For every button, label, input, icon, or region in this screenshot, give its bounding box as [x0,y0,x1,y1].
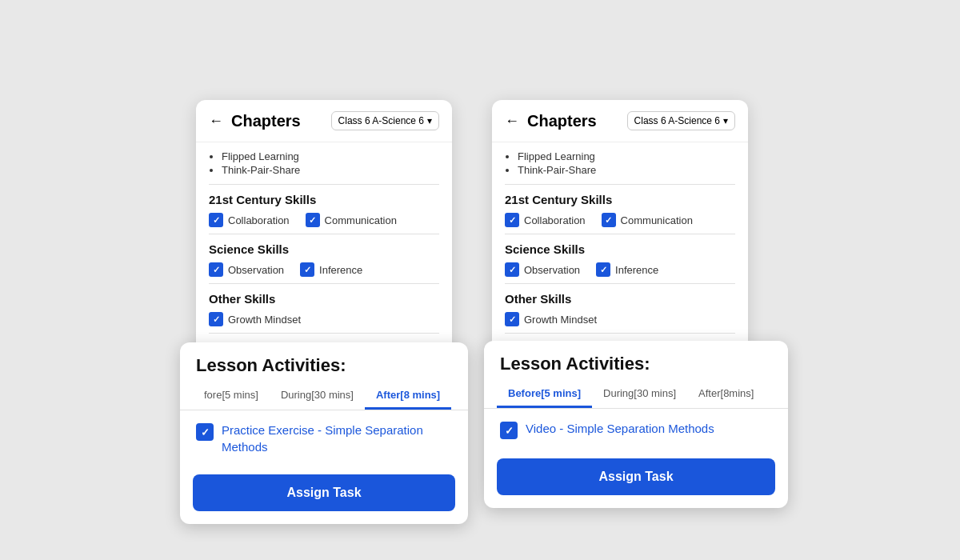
right-collaboration-item: Collaboration [505,213,586,227]
dropdown-chevron-icon-right: ▾ [723,115,728,126]
right-activity-text: Video - Simple Separation Methods [526,420,714,437]
right-section-science-title: Science Skills [505,242,735,256]
right-bullet-list: Flipped Learning Think-Pair-Share [505,150,735,176]
right-bullet-item: Think-Pair-Share [518,164,735,176]
right-bullet-item: Flipped Learning [518,150,735,162]
right-section-21st-title: 21st Century Skills [505,193,735,206]
growth-mindset-item: Growth Mindset [209,312,301,326]
dropdown-chevron-icon: ▾ [427,115,432,126]
right-overlay-card: Lesson Activities: Before[5 mins] During… [484,341,788,508]
growth-mindset-label: Growth Mindset [228,314,301,326]
left-panel-title: Chapters [231,112,323,130]
right-tab-after[interactable]: After[8mins] [687,381,765,408]
right-collaboration-label: Collaboration [524,214,586,226]
inference-label: Inference [319,264,362,276]
right-section-other-skills-title: Other Skills [505,292,735,306]
collaboration-label: Collaboration [228,214,290,226]
observation-label: Observation [228,264,284,276]
inference-item: Inference [300,262,362,277]
left-overlay-card: Lesson Activities: fore[5 mins] During[3… [180,342,468,524]
bullet-item: Flipped Learning [222,150,439,162]
left-lesson-title: Lesson Activities: [180,342,468,382]
left-tabs-row: fore[5 mins] During[30 mins] After[8 min… [180,382,468,410]
right-observation-label: Observation [524,264,580,276]
back-arrow-icon[interactable]: ← [209,113,223,130]
right-communication-item: Communication [602,213,693,227]
right-class-dropdown[interactable]: Class 6 A-Science 6 ▾ [627,111,735,130]
left-panel-header: ← Chapters Class 6 A-Science 6 ▾ [196,100,452,142]
growth-mindset-checkbox[interactable] [209,312,223,326]
science-skills-row: Observation Inference [209,262,439,277]
right-tabs-row: Before[5 mins] During[30 mins] After[8mi… [484,381,788,409]
right-communication-checkbox[interactable] [602,213,616,227]
right-communication-label: Communication [621,214,693,226]
left-class-dropdown[interactable]: Class 6 A-Science 6 ▾ [331,111,439,130]
right-tab-during[interactable]: During[30 mins] [592,381,687,408]
right-growth-mindset-label: Growth Mindset [524,314,597,326]
left-activity-checkbox[interactable] [196,423,214,441]
left-tab-after[interactable]: After[8 mins] [365,382,451,410]
right-inference-checkbox[interactable] [596,262,610,277]
collaboration-checkbox[interactable] [209,213,223,227]
section-other-skills-title: Other Skills [209,292,439,306]
communication-item: Communication [306,213,397,227]
communication-label: Communication [325,214,397,226]
right-lesson-title: Lesson Activities: [484,341,788,381]
right-inference-item: Inference [596,262,658,277]
right-other-skills-row: Growth Mindset [505,312,735,326]
bullet-list: Flipped Learning Think-Pair-Share [209,150,439,176]
right-panel-title: Chapters [527,112,619,130]
left-activity-text: Practice Exercise - Simple Separation Me… [222,422,452,455]
section-21st-title: 21st Century Skills [209,193,439,206]
left-assign-button[interactable]: Assign Task [193,474,455,511]
back-arrow-icon-right[interactable]: ← [505,113,519,130]
right-observation-item: Observation [505,262,580,277]
right-tab-before[interactable]: Before[5 mins] [497,381,592,408]
bullet-item: Think-Pair-Share [222,164,439,176]
right-inference-label: Inference [615,264,658,276]
right-growth-mindset-item: Growth Mindset [505,312,597,326]
inference-checkbox[interactable] [300,262,314,277]
communication-checkbox[interactable] [306,213,320,227]
right-panel-header: ← Chapters Class 6 A-Science 6 ▾ [492,100,748,142]
right-activity-checkbox[interactable] [500,422,518,439]
right-activity-item: Video - Simple Separation Methods [484,409,788,450]
right-assign-button[interactable]: Assign Task [497,458,775,495]
right-growth-mindset-checkbox[interactable] [505,312,519,326]
other-skills-row: Growth Mindset [209,312,439,326]
section-science-title: Science Skills [209,242,439,256]
left-tab-during[interactable]: During[30 mins] [270,382,365,410]
observation-checkbox[interactable] [209,262,223,277]
right-21st-skills-row: Collaboration Communication [505,213,735,227]
right-science-skills-row: Observation Inference [505,262,735,277]
right-collaboration-checkbox[interactable] [505,213,519,227]
21st-skills-row: Collaboration Communication [209,213,439,227]
left-activity-item: Practice Exercise - Simple Separation Me… [180,410,468,466]
collaboration-item: Collaboration [209,213,290,227]
left-tab-before[interactable]: fore[5 mins] [193,382,270,410]
observation-item: Observation [209,262,284,277]
right-observation-checkbox[interactable] [505,262,519,277]
